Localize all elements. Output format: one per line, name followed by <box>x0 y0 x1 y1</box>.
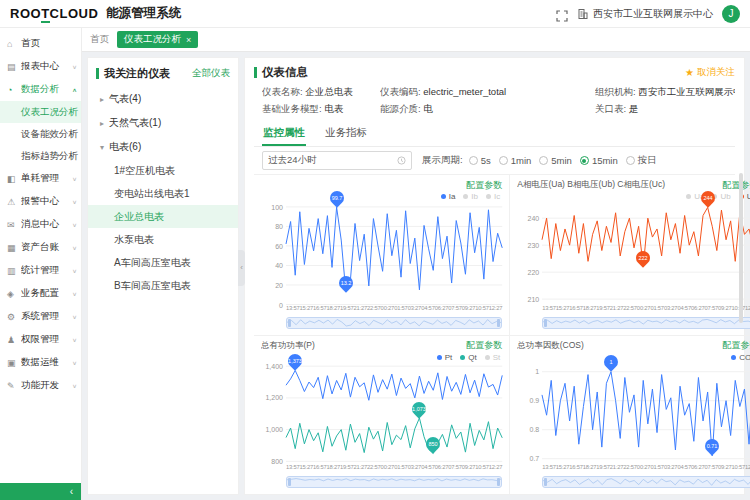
x-tick-label: 06:27 <box>691 305 705 314</box>
fullscreen-icon[interactable] <box>556 8 568 20</box>
configure-params-link[interactable]: 配置参数 <box>723 339 750 352</box>
x-tick-label: 03:27 <box>664 464 678 473</box>
message-icon: ✉ <box>7 220 18 230</box>
legend-item-Ic[interactable]: Ic <box>486 192 500 201</box>
tree-leaf-1#空压机电表[interactable]: 1#空压机电表 <box>88 159 238 182</box>
legend-item-Ia[interactable]: Ia <box>441 192 456 201</box>
legend-item-Qt[interactable]: Qt <box>460 353 476 362</box>
x-tick-label: 16:57 <box>569 464 583 473</box>
unfollow-button[interactable]: ★ 取消关注 <box>685 66 735 79</box>
sidebar-item-系统管理[interactable]: ⚙系统管理∨ <box>0 305 81 328</box>
y-tick-label: 20 <box>275 281 283 288</box>
brand: ROOTCLOUD 能源管理系统 <box>10 5 181 22</box>
x-tick-label: 07:57 <box>704 305 718 314</box>
data-zoom-slider[interactable] <box>286 476 502 488</box>
configure-params-link[interactable]: 配置参数 <box>466 179 502 192</box>
sidebar-item-首页[interactable]: ⌂首页 <box>0 32 81 55</box>
x-tick-label: 10:57 <box>475 464 489 473</box>
tab-监控属性[interactable]: 监控属性 <box>262 122 306 146</box>
y-tick-label: 210 <box>528 296 540 303</box>
tab-instrument-analysis[interactable]: 仪表工况分析 × <box>117 31 198 48</box>
mark-point-value: 13.2 <box>339 276 353 290</box>
x-tick-label: 18:27 <box>583 305 597 314</box>
x-tick-label: 22:57 <box>367 305 381 314</box>
scrollbar-thumb[interactable] <box>739 173 743 323</box>
data-zoom-slider[interactable] <box>286 317 502 329</box>
sidebar-item-统计管理[interactable]: ▥统计管理∨ <box>0 259 81 282</box>
y-tick-label: 80 <box>275 223 283 230</box>
x-tick-label: 00:27 <box>381 464 395 473</box>
tree-leaf-水泵电表[interactable]: 水泵电表 <box>88 228 238 251</box>
dev-icon: ✎ <box>7 381 18 391</box>
y-tick-label: 800 <box>271 457 283 464</box>
sidebar-item-报表中心[interactable]: ▤报表中心∨ <box>0 55 81 78</box>
x-tick-label: 10:57 <box>731 464 745 473</box>
period-radio-15min[interactable]: 15min <box>580 155 618 166</box>
period-radio-5s[interactable]: 5s <box>469 155 491 166</box>
info-field-value: 电表 <box>324 103 343 114</box>
tab-close-icon[interactable]: × <box>186 35 191 45</box>
tree-leaf-企业总电表[interactable]: 企业总电表 <box>88 205 238 228</box>
meter-tree: ▸气表(4)▸天然气表(1)▾电表(6)1#空压机电表变电站出线电表1企业总电表… <box>88 87 238 297</box>
series-line-Ia <box>286 207 502 291</box>
meter-info-title: 仪表信息 <box>262 65 685 80</box>
legend-dot <box>460 355 465 360</box>
period-radio-5min[interactable]: 5min <box>539 155 572 166</box>
x-tick-label: 18:27 <box>583 464 597 473</box>
tree-leaf-A车间高压室电表[interactable]: A车间高压室电表 <box>88 251 238 274</box>
data-zoom-slider[interactable] <box>542 317 750 329</box>
data-zoom-slider[interactable] <box>542 476 750 488</box>
legend-item-Ib[interactable]: Ib <box>463 192 478 201</box>
sidebar-item-数据分析[interactable]: ◔数据分析∧ <box>0 78 81 101</box>
sidebar-item-消息中心[interactable]: ✉消息中心∨ <box>0 213 81 236</box>
tree-group-天然气表(1)[interactable]: ▸天然气表(1) <box>88 111 238 135</box>
sidebar-item-label: 权限管理 <box>21 333 72 346</box>
time-range-select[interactable]: 过去24小时 <box>262 151 412 170</box>
y-axis-ticks: 210220230240 <box>517 202 542 305</box>
sidebar-subitem-仪表工况分析[interactable]: 仪表工况分析 <box>0 101 81 123</box>
plot-area: 99.713.2 <box>286 202 502 305</box>
sidebar-subitem-设备能效分析[interactable]: 设备能效分析 <box>0 123 81 145</box>
tree-group-电表(6)[interactable]: ▾电表(6) <box>88 135 238 159</box>
sidebar-item-单耗管理[interactable]: ◧单耗管理∨ <box>0 167 81 190</box>
legend-item-St[interactable]: St <box>485 353 501 362</box>
tree-group-气表(4)[interactable]: ▸气表(4) <box>88 87 238 111</box>
breadcrumb[interactable]: 首页 <box>90 33 109 46</box>
data-ops-icon: ▣ <box>7 358 18 368</box>
sidebar-item-报警中心[interactable]: ⚠报警中心∨ <box>0 190 81 213</box>
legend-dot <box>686 194 691 199</box>
period-option-label: 5s <box>481 155 491 166</box>
sidebar-collapse-button[interactable]: ‹ <box>0 483 81 500</box>
period-radio-1min[interactable]: 1min <box>499 155 532 166</box>
tab-业务指标[interactable]: 业务指标 <box>324 122 368 146</box>
tab-bar: 首页 仪表工况分析 × <box>82 28 750 52</box>
sidebar-item-业务配置[interactable]: ◈业务配置∨ <box>0 282 81 305</box>
info-field-关口表: 关口表: 是 <box>595 103 735 116</box>
tree-leaf-B车间高压室电表[interactable]: B车间高压室电表 <box>88 274 238 297</box>
organization-switcher[interactable]: 西安市工业互联网展示中心 <box>577 7 713 21</box>
sidebar-item-资产台账[interactable]: ▦资产台账∨ <box>0 236 81 259</box>
sidebar-subitem-指标趋势分析[interactable]: 指标趋势分析 <box>0 145 81 167</box>
legend-item-COS[interactable]: COS <box>731 353 750 362</box>
tree-leaf-变电站出线电表1[interactable]: 变电站出线电表1 <box>88 182 238 205</box>
app-title: 能源管理系统 <box>106 5 181 22</box>
y-tick-label: 230 <box>528 242 540 249</box>
user-avatar[interactable]: J <box>722 5 740 23</box>
legend-dot <box>731 355 736 360</box>
period-radio-按日[interactable]: 按日 <box>626 154 657 167</box>
panel-collapse-handle[interactable]: ‹ <box>238 250 245 286</box>
x-tick-label: 13:57 <box>542 464 556 473</box>
x-tick-label: 21:27 <box>354 464 368 473</box>
sidebar-item-数据运维[interactable]: ▣数据运维∨ <box>0 351 81 374</box>
legend-item-Pt[interactable]: Pt <box>437 353 453 362</box>
sidebar-menu: ⌂首页▤报表中心∨◔数据分析∧仪表工况分析设备能效分析指标趋势分析◧单耗管理∨⚠… <box>0 28 81 483</box>
info-field-value: 是 <box>629 103 639 114</box>
all-meters-link[interactable]: 全部仪表 <box>192 67 230 80</box>
sidebar-item-权限管理[interactable]: ♟权限管理∨ <box>0 328 81 351</box>
radio-dot <box>539 156 548 165</box>
configure-params-link[interactable]: 配置参数 <box>466 339 502 352</box>
sidebar-item-功能开发[interactable]: ✎功能开发∨ <box>0 374 81 397</box>
period-option-label: 1min <box>511 155 532 166</box>
x-tick-label: 15:27 <box>556 305 570 314</box>
configure-params-link[interactable]: 配置参数 <box>723 179 750 192</box>
